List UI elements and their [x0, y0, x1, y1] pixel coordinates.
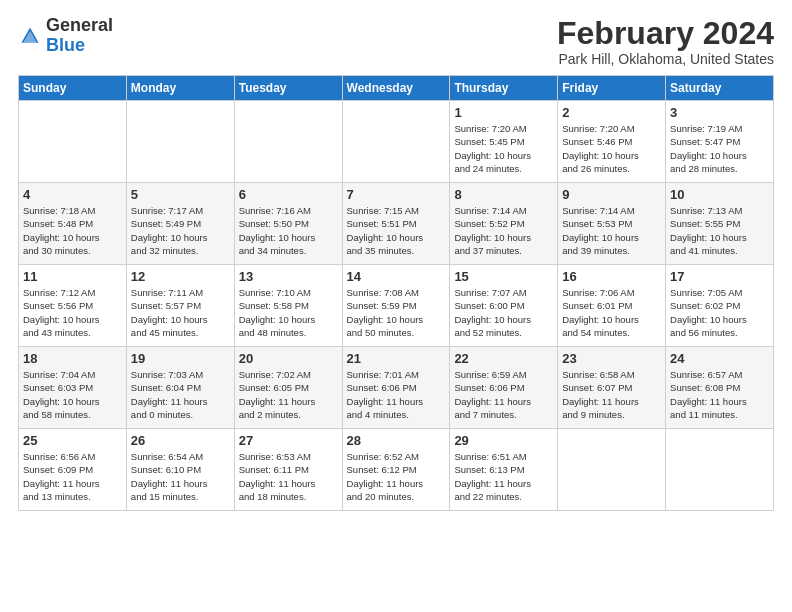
day-number: 21	[347, 351, 446, 366]
day-number: 29	[454, 433, 553, 448]
calendar-cell: 6Sunrise: 7:16 AM Sunset: 5:50 PM Daylig…	[234, 183, 342, 265]
calendar-cell: 19Sunrise: 7:03 AM Sunset: 6:04 PM Dayli…	[126, 347, 234, 429]
col-header-tuesday: Tuesday	[234, 76, 342, 101]
calendar-cell: 10Sunrise: 7:13 AM Sunset: 5:55 PM Dayli…	[666, 183, 774, 265]
calendar-cell: 7Sunrise: 7:15 AM Sunset: 5:51 PM Daylig…	[342, 183, 450, 265]
col-header-thursday: Thursday	[450, 76, 558, 101]
calendar-table: SundayMondayTuesdayWednesdayThursdayFrid…	[18, 75, 774, 511]
calendar-cell: 11Sunrise: 7:12 AM Sunset: 5:56 PM Dayli…	[19, 265, 127, 347]
day-info: Sunrise: 7:02 AM Sunset: 6:05 PM Dayligh…	[239, 368, 338, 421]
calendar-cell: 5Sunrise: 7:17 AM Sunset: 5:49 PM Daylig…	[126, 183, 234, 265]
day-info: Sunrise: 6:58 AM Sunset: 6:07 PM Dayligh…	[562, 368, 661, 421]
day-number: 8	[454, 187, 553, 202]
day-info: Sunrise: 7:05 AM Sunset: 6:02 PM Dayligh…	[670, 286, 769, 339]
calendar-cell: 25Sunrise: 6:56 AM Sunset: 6:09 PM Dayli…	[19, 429, 127, 511]
week-row-2: 11Sunrise: 7:12 AM Sunset: 5:56 PM Dayli…	[19, 265, 774, 347]
calendar-cell	[666, 429, 774, 511]
calendar-cell: 2Sunrise: 7:20 AM Sunset: 5:46 PM Daylig…	[558, 101, 666, 183]
month-title: February 2024	[557, 16, 774, 51]
day-number: 7	[347, 187, 446, 202]
calendar-cell: 3Sunrise: 7:19 AM Sunset: 5:47 PM Daylig…	[666, 101, 774, 183]
day-info: Sunrise: 7:18 AM Sunset: 5:48 PM Dayligh…	[23, 204, 122, 257]
week-row-3: 18Sunrise: 7:04 AM Sunset: 6:03 PM Dayli…	[19, 347, 774, 429]
calendar-cell: 28Sunrise: 6:52 AM Sunset: 6:12 PM Dayli…	[342, 429, 450, 511]
day-info: Sunrise: 7:07 AM Sunset: 6:00 PM Dayligh…	[454, 286, 553, 339]
day-info: Sunrise: 7:13 AM Sunset: 5:55 PM Dayligh…	[670, 204, 769, 257]
calendar-cell: 12Sunrise: 7:11 AM Sunset: 5:57 PM Dayli…	[126, 265, 234, 347]
calendar-cell	[19, 101, 127, 183]
day-info: Sunrise: 6:56 AM Sunset: 6:09 PM Dayligh…	[23, 450, 122, 503]
page: General Blue February 2024 Park Hill, Ok…	[0, 0, 792, 612]
day-number: 20	[239, 351, 338, 366]
day-number: 14	[347, 269, 446, 284]
day-number: 19	[131, 351, 230, 366]
day-number: 15	[454, 269, 553, 284]
day-info: Sunrise: 7:15 AM Sunset: 5:51 PM Dayligh…	[347, 204, 446, 257]
day-number: 11	[23, 269, 122, 284]
calendar-cell	[234, 101, 342, 183]
week-row-4: 25Sunrise: 6:56 AM Sunset: 6:09 PM Dayli…	[19, 429, 774, 511]
day-number: 16	[562, 269, 661, 284]
calendar-cell: 15Sunrise: 7:07 AM Sunset: 6:00 PM Dayli…	[450, 265, 558, 347]
calendar-cell: 18Sunrise: 7:04 AM Sunset: 6:03 PM Dayli…	[19, 347, 127, 429]
day-number: 5	[131, 187, 230, 202]
day-info: Sunrise: 7:14 AM Sunset: 5:52 PM Dayligh…	[454, 204, 553, 257]
calendar-cell: 9Sunrise: 7:14 AM Sunset: 5:53 PM Daylig…	[558, 183, 666, 265]
calendar-cell: 23Sunrise: 6:58 AM Sunset: 6:07 PM Dayli…	[558, 347, 666, 429]
day-info: Sunrise: 6:57 AM Sunset: 6:08 PM Dayligh…	[670, 368, 769, 421]
day-number: 10	[670, 187, 769, 202]
logo-text: General Blue	[46, 16, 113, 56]
logo-general: General	[46, 15, 113, 35]
day-info: Sunrise: 7:06 AM Sunset: 6:01 PM Dayligh…	[562, 286, 661, 339]
day-number: 26	[131, 433, 230, 448]
day-number: 17	[670, 269, 769, 284]
logo-icon	[18, 24, 42, 48]
calendar-cell: 20Sunrise: 7:02 AM Sunset: 6:05 PM Dayli…	[234, 347, 342, 429]
day-number: 9	[562, 187, 661, 202]
day-info: Sunrise: 7:14 AM Sunset: 5:53 PM Dayligh…	[562, 204, 661, 257]
col-header-saturday: Saturday	[666, 76, 774, 101]
day-number: 13	[239, 269, 338, 284]
calendar-cell: 16Sunrise: 7:06 AM Sunset: 6:01 PM Dayli…	[558, 265, 666, 347]
logo: General Blue	[18, 16, 113, 56]
week-row-1: 4Sunrise: 7:18 AM Sunset: 5:48 PM Daylig…	[19, 183, 774, 265]
calendar-cell: 4Sunrise: 7:18 AM Sunset: 5:48 PM Daylig…	[19, 183, 127, 265]
day-number: 12	[131, 269, 230, 284]
calendar-cell: 21Sunrise: 7:01 AM Sunset: 6:06 PM Dayli…	[342, 347, 450, 429]
day-number: 18	[23, 351, 122, 366]
col-header-friday: Friday	[558, 76, 666, 101]
day-number: 6	[239, 187, 338, 202]
day-info: Sunrise: 7:08 AM Sunset: 5:59 PM Dayligh…	[347, 286, 446, 339]
col-header-sunday: Sunday	[19, 76, 127, 101]
col-header-monday: Monday	[126, 76, 234, 101]
day-info: Sunrise: 6:52 AM Sunset: 6:12 PM Dayligh…	[347, 450, 446, 503]
day-number: 23	[562, 351, 661, 366]
day-info: Sunrise: 7:10 AM Sunset: 5:58 PM Dayligh…	[239, 286, 338, 339]
calendar-cell	[558, 429, 666, 511]
day-info: Sunrise: 7:20 AM Sunset: 5:45 PM Dayligh…	[454, 122, 553, 175]
day-info: Sunrise: 7:03 AM Sunset: 6:04 PM Dayligh…	[131, 368, 230, 421]
header-row: SundayMondayTuesdayWednesdayThursdayFrid…	[19, 76, 774, 101]
day-info: Sunrise: 7:04 AM Sunset: 6:03 PM Dayligh…	[23, 368, 122, 421]
day-info: Sunrise: 7:16 AM Sunset: 5:50 PM Dayligh…	[239, 204, 338, 257]
header: General Blue February 2024 Park Hill, Ok…	[18, 16, 774, 67]
day-info: Sunrise: 6:51 AM Sunset: 6:13 PM Dayligh…	[454, 450, 553, 503]
day-number: 28	[347, 433, 446, 448]
calendar-cell: 17Sunrise: 7:05 AM Sunset: 6:02 PM Dayli…	[666, 265, 774, 347]
col-header-wednesday: Wednesday	[342, 76, 450, 101]
day-info: Sunrise: 7:11 AM Sunset: 5:57 PM Dayligh…	[131, 286, 230, 339]
calendar-cell: 1Sunrise: 7:20 AM Sunset: 5:45 PM Daylig…	[450, 101, 558, 183]
day-info: Sunrise: 7:20 AM Sunset: 5:46 PM Dayligh…	[562, 122, 661, 175]
calendar-cell: 29Sunrise: 6:51 AM Sunset: 6:13 PM Dayli…	[450, 429, 558, 511]
calendar-cell: 24Sunrise: 6:57 AM Sunset: 6:08 PM Dayli…	[666, 347, 774, 429]
day-info: Sunrise: 7:17 AM Sunset: 5:49 PM Dayligh…	[131, 204, 230, 257]
calendar-cell: 14Sunrise: 7:08 AM Sunset: 5:59 PM Dayli…	[342, 265, 450, 347]
day-number: 27	[239, 433, 338, 448]
day-info: Sunrise: 7:01 AM Sunset: 6:06 PM Dayligh…	[347, 368, 446, 421]
day-number: 2	[562, 105, 661, 120]
calendar-cell: 27Sunrise: 6:53 AM Sunset: 6:11 PM Dayli…	[234, 429, 342, 511]
day-number: 3	[670, 105, 769, 120]
week-row-0: 1Sunrise: 7:20 AM Sunset: 5:45 PM Daylig…	[19, 101, 774, 183]
calendar-cell: 22Sunrise: 6:59 AM Sunset: 6:06 PM Dayli…	[450, 347, 558, 429]
calendar-cell: 8Sunrise: 7:14 AM Sunset: 5:52 PM Daylig…	[450, 183, 558, 265]
